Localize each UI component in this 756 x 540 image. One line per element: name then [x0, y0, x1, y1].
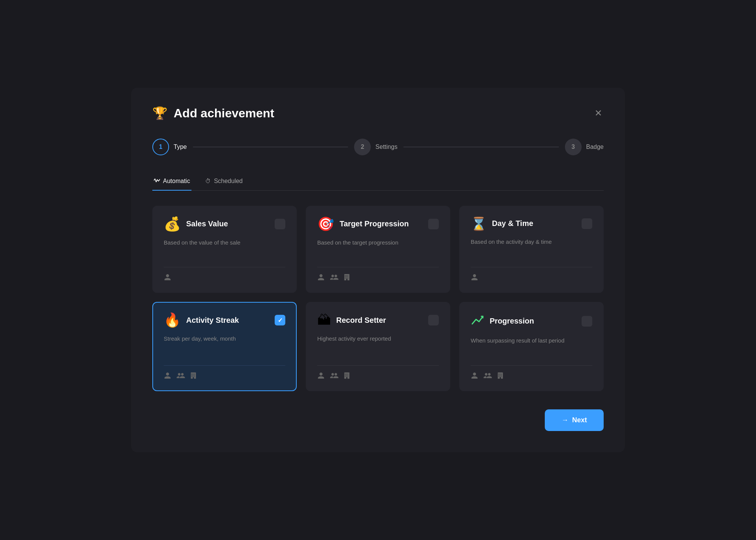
tab-automatic-label: Automatic — [163, 178, 190, 185]
day-time-icon: ⌛ — [471, 217, 487, 230]
cards-grid: 💰 Sales Value Based on the value of the … — [152, 206, 604, 392]
progression-icon — [471, 313, 484, 329]
step-1: 1 Type — [152, 139, 187, 155]
group-icon — [329, 372, 338, 381]
step-3-circle: 3 — [565, 139, 582, 155]
target-progression-footer — [317, 267, 439, 283]
trophy-icon: 🏆 — [152, 106, 168, 120]
next-label: Next — [572, 416, 587, 424]
scheduled-icon: ⏱ — [205, 178, 211, 184]
activity-streak-checkbox[interactable]: ✓ — [275, 315, 285, 325]
card-header: 🎯 Target Progression — [317, 217, 439, 231]
step-3: 3 Badge — [565, 139, 604, 155]
card-header: Progression — [471, 313, 592, 329]
card-target-progression[interactable]: 🎯 Target Progression Based on the target… — [306, 206, 450, 293]
card-header: 💰 Sales Value — [164, 217, 285, 231]
person-icon — [164, 372, 171, 381]
sales-value-checkbox[interactable] — [275, 219, 285, 229]
activity-streak-title: Activity Streak — [186, 316, 239, 325]
step-3-number: 3 — [571, 144, 575, 150]
activity-streak-footer — [164, 365, 285, 381]
close-button[interactable]: ✕ — [593, 107, 604, 119]
target-progression-icon: 🎯 — [317, 217, 334, 231]
modal-header: 🏆 Add achievement ✕ — [152, 106, 604, 120]
building-icon — [190, 372, 197, 381]
building-icon — [343, 372, 351, 381]
step-line-1 — [193, 147, 348, 147]
card-activity-streak[interactable]: 🔥 Activity Streak ✓ Streak per day, week… — [152, 302, 297, 391]
step-2-label: Settings — [375, 144, 397, 150]
automatic-icon — [154, 177, 160, 185]
record-setter-checkbox[interactable] — [428, 315, 439, 325]
progression-checkbox[interactable] — [582, 316, 592, 327]
title-group: 🏆 Add achievement — [152, 106, 274, 120]
day-time-checkbox[interactable] — [582, 218, 592, 229]
step-3-label: Badge — [586, 144, 604, 150]
activity-streak-description: Streak per day, week, month — [164, 335, 285, 356]
card-header: 🏔 Record Setter — [317, 313, 439, 327]
progression-footer — [471, 365, 592, 381]
card-day-time[interactable]: ⌛ Day & Time Based on the activity day &… — [459, 206, 604, 293]
person-icon — [471, 273, 478, 283]
step-2-circle: 2 — [354, 139, 371, 155]
building-icon — [497, 372, 504, 381]
card-title-group: 🔥 Activity Streak — [164, 313, 239, 327]
modal-footer: → Next — [152, 409, 604, 431]
sales-value-footer — [164, 267, 285, 283]
card-record-setter[interactable]: 🏔 Record Setter Highest activity ever re… — [306, 302, 450, 391]
step-1-number: 1 — [159, 144, 163, 150]
progression-description: When surpassing result of last period — [471, 336, 592, 356]
card-title-group: ⌛ Day & Time — [471, 217, 533, 230]
group-icon — [176, 372, 185, 381]
step-2: 2 Settings — [354, 139, 397, 155]
card-title-group: 🎯 Target Progression — [317, 217, 409, 231]
sales-value-icon: 💰 — [164, 217, 181, 231]
day-time-description: Based on the activity day & time — [471, 238, 592, 258]
step-1-label: Type — [174, 144, 187, 150]
card-title-group: Progression — [471, 313, 534, 329]
card-header: ⌛ Day & Time — [471, 217, 592, 230]
card-title-group: 🏔 Record Setter — [317, 313, 386, 327]
tabs: Automatic ⏱ Scheduled — [152, 174, 604, 191]
tab-automatic[interactable]: Automatic — [152, 174, 191, 191]
step-line-2 — [403, 147, 559, 147]
target-progression-checkbox[interactable] — [428, 219, 439, 229]
building-icon — [343, 273, 351, 283]
record-setter-title: Record Setter — [336, 316, 386, 325]
tab-scheduled[interactable]: ⏱ Scheduled — [204, 174, 244, 191]
card-title-group: 💰 Sales Value — [164, 217, 228, 231]
person-icon — [164, 273, 171, 283]
group-icon — [329, 273, 338, 283]
progression-title: Progression — [490, 317, 534, 325]
group-icon — [483, 372, 492, 381]
person-icon — [317, 372, 325, 381]
sales-value-description: Based on the value of the sale — [164, 238, 285, 258]
modal-title: Add achievement — [174, 106, 274, 120]
modal: 🏆 Add achievement ✕ 1 Type 2 Settings 3 … — [131, 88, 625, 452]
day-time-title: Day & Time — [492, 219, 533, 228]
day-time-footer — [471, 267, 592, 283]
person-icon — [317, 273, 325, 283]
step-1-circle: 1 — [152, 139, 169, 155]
stepper: 1 Type 2 Settings 3 Badge — [152, 139, 604, 155]
record-setter-icon: 🏔 — [317, 313, 331, 327]
sales-value-title: Sales Value — [186, 219, 228, 228]
checkmark-icon: ✓ — [278, 317, 283, 324]
card-progression[interactable]: Progression When surpassing result of la… — [459, 302, 604, 391]
target-progression-description: Based on the target progression — [317, 238, 439, 258]
card-header: 🔥 Activity Streak ✓ — [164, 313, 285, 327]
next-button[interactable]: → Next — [545, 409, 604, 431]
record-setter-footer — [317, 365, 439, 381]
card-sales-value[interactable]: 💰 Sales Value Based on the value of the … — [152, 206, 297, 293]
record-setter-description: Highest activity ever reported — [317, 335, 439, 356]
step-2-number: 2 — [361, 144, 364, 150]
person-icon — [471, 372, 478, 381]
activity-streak-icon: 🔥 — [164, 313, 181, 327]
arrow-icon: → — [561, 416, 568, 424]
tab-scheduled-label: Scheduled — [214, 178, 243, 185]
target-progression-title: Target Progression — [340, 219, 409, 228]
